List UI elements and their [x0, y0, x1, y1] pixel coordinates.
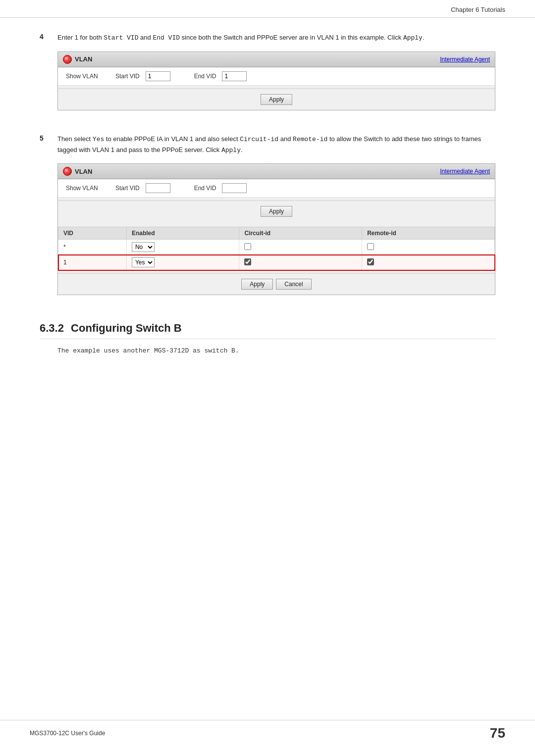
td-remote-id-1 — [362, 255, 495, 270]
th-vid: VID — [58, 227, 127, 240]
td-enabled-wildcard: No Yes — [126, 240, 239, 255]
page-header: Chapter 6 Tutorials — [0, 0, 535, 18]
th-circuit-id: Circuit-id — [239, 227, 362, 240]
chapter-title: Chapter 6 Tutorials — [451, 6, 505, 13]
apply-button-3[interactable]: Apply — [241, 279, 273, 290]
td-circuit-id-1 — [239, 255, 362, 270]
end-vid-label-2: End VID — [194, 185, 216, 192]
intermediate-agent-link-2[interactable]: Intermediate Agent — [440, 168, 490, 175]
vlan-panel-1-row: Show VLAN Start VID End VID — [58, 67, 495, 86]
td-vid-1: 1 — [58, 255, 127, 270]
step4-start-vid-ref: Start VID — [104, 34, 138, 42]
table-row-vlan1: 1 No Yes — [58, 255, 495, 270]
td-circuit-id-wildcard — [239, 240, 362, 255]
vlan-icon-1 — [63, 55, 72, 64]
enabled-select-wildcard[interactable]: No Yes — [132, 242, 155, 252]
circuit-id-checkbox-wildcard[interactable] — [244, 243, 251, 250]
start-vid-label-2: Start VID — [115, 185, 140, 192]
main-content: 4 Enter 1 for both Start VID and End VID… — [0, 18, 535, 384]
vlan-panel-2: VLAN Intermediate Agent Show VLAN Start … — [57, 163, 495, 295]
vlan-panel-2-bottom-button-row: Apply Cancel — [58, 273, 495, 295]
step-5-number: 5 — [40, 134, 54, 142]
panel-2-spacer — [58, 222, 495, 227]
section-paragraph: The example uses another MGS-3712D as sw… — [57, 347, 495, 354]
td-vid-wildcard: * — [58, 240, 127, 255]
end-vid-input-1[interactable] — [222, 71, 247, 81]
step-4-block: 4 Enter 1 for both Start VID and End VID… — [40, 33, 495, 122]
vlan-panel-1-inputs: Start VID End VID — [115, 71, 487, 81]
page-container: Chapter 6 Tutorials 4 Enter 1 for both S… — [0, 0, 535, 756]
step4-end-vid-ref: End VID — [153, 34, 180, 42]
vlan-panel-2-table-container: VID Enabled Circuit-id Remote-id * — [58, 227, 495, 270]
vlan-panel-2-row: Show VLAN Start VID End VID — [58, 179, 495, 198]
vlan-icon-2 — [63, 167, 72, 176]
step-5-block: 5 Then select Yes to enable PPPoE IA in … — [40, 134, 495, 307]
show-vlan-label-1: Show VLAN — [66, 73, 115, 80]
step5-remote-ref: Remote-id — [293, 136, 327, 143]
apply-button-1[interactable]: Apply — [261, 94, 292, 105]
page-footer: MGS3700-12C User's Guide 75 — [0, 720, 535, 741]
step-5-content: Then select Yes to enable PPPoE IA in VL… — [57, 134, 495, 307]
step-4-number: 4 — [40, 33, 54, 41]
start-vid-input-2[interactable] — [146, 183, 170, 193]
show-vlan-label-2: Show VLAN — [66, 185, 115, 192]
step4-apply-ref: Apply — [403, 34, 423, 42]
vlan-table: VID Enabled Circuit-id Remote-id * — [58, 227, 495, 270]
remote-id-checkbox-1[interactable] — [367, 258, 374, 265]
td-remote-id-wildcard — [362, 240, 495, 255]
td-enabled-1: No Yes — [126, 255, 239, 270]
intermediate-agent-link-1[interactable]: Intermediate Agent — [440, 56, 490, 63]
footer-product: MGS3700-12C User's Guide — [30, 730, 105, 737]
enabled-select-1[interactable]: No Yes — [132, 257, 155, 267]
footer-page-number: 75 — [490, 725, 505, 741]
circuit-id-checkbox-1[interactable] — [244, 258, 251, 265]
start-vid-input-1[interactable] — [146, 71, 170, 81]
vlan-panel-2-title-text: VLAN — [75, 168, 92, 175]
remote-id-checkbox-wildcard[interactable] — [367, 243, 374, 250]
vlan-panel-1-title: VLAN — [63, 55, 92, 64]
vlan-panel-2-top-button-row: Apply — [58, 201, 495, 222]
end-vid-input-2[interactable] — [222, 183, 247, 193]
section-number: 6.3.2 — [40, 322, 64, 334]
vlan-panel-1-button-row: Apply — [58, 89, 495, 110]
section-heading: 6.3.2 Configuring Switch B — [40, 322, 495, 339]
vlan-panel-1-header: VLAN Intermediate Agent — [58, 52, 495, 67]
end-vid-label-1: End VID — [194, 73, 216, 80]
table-row-wildcard: * No Yes — [58, 240, 495, 255]
vlan-panel-2-title: VLAN — [63, 167, 92, 176]
vlan-panel-2-header: VLAN Intermediate Agent — [58, 164, 495, 179]
vlan-panel-1-title-text: VLAN — [75, 55, 92, 63]
vlan-panel-2-inputs: Start VID End VID — [115, 183, 487, 193]
step5-yes-ref: Yes — [93, 136, 104, 143]
step-5-text: Then select Yes to enable PPPoE IA in VL… — [57, 134, 495, 156]
step-4-content: Enter 1 for both Start VID and End VID s… — [57, 33, 495, 122]
start-vid-label-1: Start VID — [115, 73, 140, 80]
section-title: Configuring Switch B — [71, 322, 182, 334]
table-header-row: VID Enabled Circuit-id Remote-id — [58, 227, 495, 240]
cancel-button[interactable]: Cancel — [276, 279, 311, 290]
apply-button-2[interactable]: Apply — [261, 206, 292, 217]
step5-apply-ref: Apply — [221, 147, 241, 154]
step5-circuit-ref: Circuit-id — [240, 136, 278, 143]
step-4-text: Enter 1 for both Start VID and End VID s… — [57, 33, 495, 44]
vlan-panel-1: VLAN Intermediate Agent Show VLAN Start … — [57, 51, 495, 110]
th-remote-id: Remote-id — [362, 227, 495, 240]
th-enabled: Enabled — [126, 227, 239, 240]
